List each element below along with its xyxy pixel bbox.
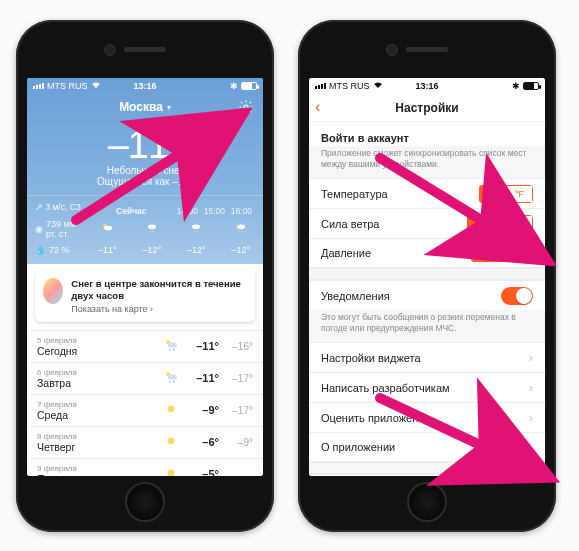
settings-link-label: Оценить приложение <box>321 412 529 424</box>
forecast-date: 8 февраля <box>37 432 163 441</box>
forecast-row[interactable]: 9 февраляПятница–5° <box>27 458 263 476</box>
settings-link-label: Настройки виджета <box>321 352 529 364</box>
forecast-row[interactable]: 7 февраляСреда–9°–17° <box>27 394 263 426</box>
settings-link-row[interactable]: Написать разработчикам› <box>309 372 545 402</box>
page-title: Настройки <box>395 101 458 115</box>
unit-label: Температура <box>321 188 479 200</box>
forecast-low: –9° <box>219 437 253 448</box>
settings-link-label: Написать разработчикам <box>321 382 529 394</box>
account-note: Приложение сможет синхронизировать списо… <box>309 146 545 178</box>
settings-button[interactable] <box>237 98 255 116</box>
settings-link-label: О приложении <box>321 441 529 453</box>
ads-row[interactable]: Реклама <box>309 474 545 476</box>
forecast-day: Пятница <box>37 473 163 476</box>
back-button[interactable]: ‹ <box>315 98 320 116</box>
forecast-high: –5° <box>179 468 219 476</box>
chevron-down-icon[interactable]: ▾ <box>167 103 171 112</box>
svg-point-3 <box>148 225 156 230</box>
hour-icon <box>85 221 130 237</box>
screen-settings: MTS RUS 13:16 ✱ ‹ Настройки Войти в акка… <box>309 78 545 476</box>
nav-bar: ‹ Настройки <box>309 94 545 122</box>
unit-option[interactable]: гПа <box>501 244 533 262</box>
forecast-day: Сегодня <box>37 345 163 357</box>
section-gap <box>309 462 545 474</box>
notifications-label: Уведомления <box>321 290 501 302</box>
forecast-row[interactable]: 5 февраляСегодня–11°–16° <box>27 330 263 362</box>
unit-option[interactable]: м/с <box>467 215 498 233</box>
forecast-row[interactable]: 6 февраляЗавтра–11°–17° <box>27 362 263 394</box>
hour-temp: –12° <box>219 245 264 255</box>
status-time: 13:16 <box>27 81 263 91</box>
unit-segmented[interactable]: °C°F <box>479 185 533 203</box>
title-bar: Москва ▾ <box>27 94 263 120</box>
unit-row: Сила ветрам/скм/ч <box>309 208 545 238</box>
unit-option[interactable]: °C <box>479 185 507 203</box>
unit-segmented[interactable]: м/скм/ч <box>467 215 533 233</box>
forecast-day: Четверг <box>37 441 163 453</box>
svg-point-21 <box>168 438 175 445</box>
nowcast-card[interactable]: Снег в центре закончится в течение двух … <box>35 270 255 322</box>
status-bar: MTS RUS 13:16 ✱ <box>309 78 545 94</box>
account-row[interactable]: Войти в аккаунт <box>309 122 545 146</box>
svg-point-19 <box>173 381 175 383</box>
svg-point-0 <box>244 105 248 109</box>
hour-3: 16:00 <box>228 206 255 216</box>
unit-option[interactable]: км/ч <box>499 215 533 233</box>
gear-icon <box>238 99 254 115</box>
notifications-toggle[interactable] <box>501 287 533 305</box>
settings-link-row[interactable]: О приложении› <box>309 432 545 462</box>
chevron-right-icon: › <box>529 440 533 455</box>
svg-point-2 <box>104 226 112 231</box>
settings-link-row[interactable]: Настройки виджета› <box>309 342 545 372</box>
forecast-row[interactable]: 8 февраляЧетверг–6°–9° <box>27 426 263 458</box>
settings-link-row[interactable]: Оценить приложение› <box>309 402 545 432</box>
svg-point-11 <box>241 231 242 232</box>
unit-label: Сила ветра <box>321 218 467 230</box>
svg-point-17 <box>168 375 177 380</box>
feels-like: Ощущается как –17° <box>27 176 263 187</box>
current-condition: Небольшой снег <box>27 165 263 176</box>
nowcast-link[interactable]: Показать на карте › <box>71 304 247 314</box>
unit-segmented[interactable]: ммгПа <box>471 244 533 262</box>
links-section: Настройки виджета›Написать разработчикам… <box>309 342 545 462</box>
notifications-note: Это могут быть сообщения о резких переме… <box>309 310 545 342</box>
nowcast-text: Снег в центре закончится в течение двух … <box>71 278 247 302</box>
hour-temp: –12° <box>174 245 219 255</box>
forecast-icon <box>163 465 179 476</box>
hour-icon <box>219 221 264 237</box>
hour-temp: –11° <box>85 245 130 255</box>
forecast-date: 9 февраля <box>37 464 163 473</box>
hour-2: 15:00 <box>201 206 228 216</box>
forecast-day: Завтра <box>37 377 163 389</box>
svg-point-9 <box>237 225 245 230</box>
svg-point-10 <box>238 231 239 232</box>
svg-point-6 <box>192 225 200 230</box>
svg-point-13 <box>168 343 177 348</box>
svg-point-18 <box>169 381 171 383</box>
home-button[interactable] <box>125 482 165 522</box>
city-name[interactable]: Москва <box>119 100 163 114</box>
forecast-icon <box>163 433 179 451</box>
chevron-right-icon: › <box>529 410 533 425</box>
forecast-date: 5 февраля <box>37 336 163 345</box>
phone-left: MTS RUS 13:16 ✱ Москва ▾ <box>16 20 274 532</box>
current-temp: –11° <box>108 124 183 167</box>
forecast-icon <box>163 369 179 387</box>
forecast-date: 6 февраля <box>37 368 163 377</box>
unit-option[interactable]: °F <box>507 185 533 203</box>
forecast-low: –16° <box>219 341 253 352</box>
svg-point-20 <box>168 406 175 413</box>
daily-forecast-list[interactable]: 5 февраляСегодня–11°–16°6 февраляЗавтра–… <box>27 330 263 476</box>
chevron-right-icon: › <box>529 380 533 395</box>
notifications-row[interactable]: Уведомления <box>309 280 545 310</box>
nowcast-icon <box>43 278 63 304</box>
weather-hero: MTS RUS 13:16 ✱ Москва ▾ <box>27 78 263 264</box>
svg-point-14 <box>169 349 171 351</box>
status-time: 13:16 <box>309 81 545 91</box>
battery-icon <box>523 82 539 90</box>
home-button[interactable] <box>407 482 447 522</box>
units-section: Температура°C°FСила ветрам/скм/чДавление… <box>309 178 545 268</box>
section-gap <box>309 268 545 280</box>
unit-row: ДавлениеммгПа <box>309 238 545 268</box>
unit-option[interactable]: мм <box>471 244 501 262</box>
